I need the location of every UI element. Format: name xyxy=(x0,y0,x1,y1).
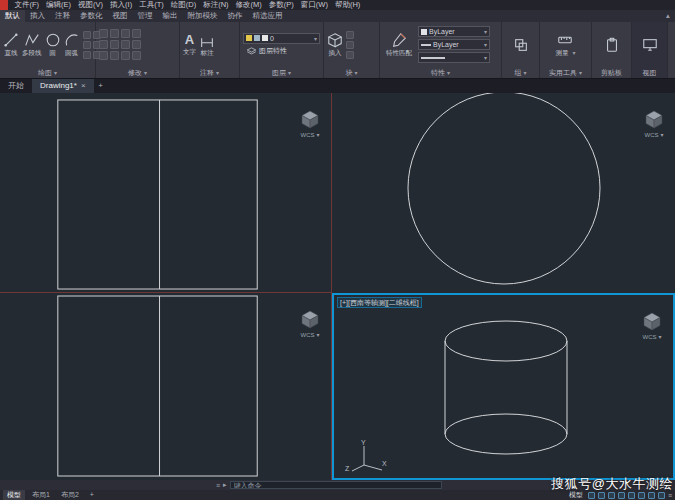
trim-tool-icon[interactable] xyxy=(121,29,130,38)
modify-tools xyxy=(99,29,141,60)
tab-layout2[interactable]: 布局2 xyxy=(57,490,83,500)
menu-help[interactable]: 帮助(H) xyxy=(331,0,363,10)
wcs-menu[interactable]: WCS▾ xyxy=(298,331,322,338)
command-customize-icon[interactable]: ≡ xyxy=(216,482,220,489)
block-tool-icon[interactable] xyxy=(346,41,354,49)
viewport-top-left[interactable]: WCS▾ xyxy=(0,93,332,293)
panel-label-clipboard[interactable]: 剪贴板 xyxy=(592,67,631,78)
menu-tools[interactable]: 工具(T) xyxy=(136,0,168,10)
ribbon-tab-addins[interactable]: 附加模块 xyxy=(183,10,223,22)
panel-label-block[interactable]: 块▾ xyxy=(324,67,379,78)
tab-start[interactable]: 开始 xyxy=(0,79,32,93)
text-tool-button[interactable]: A 文字 xyxy=(183,32,196,57)
match-properties-button[interactable]: 特性匹配 xyxy=(383,32,415,58)
ribbon-tab-home[interactable]: 默认 xyxy=(0,10,25,22)
app-logo-icon[interactable] xyxy=(0,0,8,10)
rotate-tool-icon[interactable] xyxy=(110,29,119,38)
insert-block-button[interactable]: 插入 xyxy=(327,32,343,58)
menu-insert[interactable]: 插入(I) xyxy=(107,0,136,10)
menu-edit[interactable]: 编辑(E) xyxy=(43,0,75,10)
move-tool-icon[interactable] xyxy=(99,29,108,38)
ribbon-tab-annotate[interactable]: 注释 xyxy=(50,10,75,22)
viewcube[interactable]: WCS▾ xyxy=(642,109,666,138)
object-color-dropdown[interactable]: ByLayer ▾ xyxy=(418,26,490,37)
block-tool-icon[interactable] xyxy=(346,51,354,59)
panel-label-modify[interactable]: 修改▾ xyxy=(96,67,179,78)
chevron-down-icon: ▾ xyxy=(314,35,317,42)
ribbon-tab-view[interactable]: 视图 xyxy=(108,10,133,22)
menu-view[interactable]: 视图(V) xyxy=(75,0,107,10)
draw-tool-icon[interactable] xyxy=(83,41,91,49)
lineweight-dropdown[interactable]: ByLayer ▾ xyxy=(418,39,490,50)
file-tab-bar: 开始 Drawing1* × + xyxy=(0,78,675,93)
ribbon-tab-collaborate[interactable]: 协作 xyxy=(223,10,248,22)
panel-label-utilities[interactable]: 实用工具▾ xyxy=(540,67,591,78)
draw-tool-icon[interactable] xyxy=(83,51,91,59)
linetype-dropdown[interactable]: ▾ xyxy=(418,52,490,63)
layer-properties-button[interactable]: 图层特性 xyxy=(243,46,320,57)
panel-label-view[interactable]: 视图 xyxy=(632,67,667,78)
viewcube[interactable]: WCS▾ xyxy=(298,309,322,338)
draw-tool-icon[interactable] xyxy=(83,31,91,39)
layer-dropdown[interactable]: 0 ▾ xyxy=(243,33,320,44)
new-tab-icon[interactable]: + xyxy=(94,79,108,93)
wcs-menu[interactable]: WCS▾ xyxy=(640,333,664,340)
close-tab-icon[interactable]: × xyxy=(81,79,86,93)
ribbon-tab-featured-apps[interactable]: 精选应用 xyxy=(248,10,288,22)
offset-tool-icon[interactable] xyxy=(121,51,130,60)
scale-tool-icon[interactable] xyxy=(132,40,141,49)
menu-draw[interactable]: 绘图(D) xyxy=(167,0,199,10)
panel-label-annotate[interactable]: 注释▾ xyxy=(180,67,239,78)
menu-dimension[interactable]: 标注(N) xyxy=(200,0,232,10)
ribbon-tab-insert[interactable]: 插入 xyxy=(25,10,50,22)
tab-drawing1[interactable]: Drawing1* × xyxy=(32,79,94,93)
block-tool-icon[interactable] xyxy=(346,31,354,39)
mirror-tool-icon[interactable] xyxy=(110,40,119,49)
menu-parametric[interactable]: 参数(P) xyxy=(265,0,297,10)
add-layout-icon[interactable]: + xyxy=(86,490,98,500)
measure-tool-button[interactable]: 测量 ▾ xyxy=(556,32,576,58)
ribbon-tab-output[interactable]: 输出 xyxy=(158,10,183,22)
ribbon-collapse-icon[interactable]: ▴ xyxy=(661,10,675,22)
viewport-bottom-right-active[interactable]: [+][西南等轴测][二维线框] WCS▾ Y X Z xyxy=(332,293,675,480)
panel-label-draw[interactable]: 绘图▾ xyxy=(0,67,95,78)
stretch-tool-icon[interactable] xyxy=(99,51,108,60)
line-tool-button[interactable]: 直线 xyxy=(3,32,19,58)
viewcube[interactable]: WCS▾ xyxy=(298,109,322,138)
circle-tool-button[interactable]: 圆 xyxy=(45,32,61,58)
explode-tool-icon[interactable] xyxy=(132,51,141,60)
arc-tool-button[interactable]: 圆弧 xyxy=(64,32,80,58)
panel-label-groups[interactable]: 组▾ xyxy=(502,67,539,78)
panel-label-properties[interactable]: 特性▾ xyxy=(380,67,501,78)
menu-window[interactable]: 窗口(W) xyxy=(297,0,331,10)
linetype-icon xyxy=(421,57,445,59)
dimension-tool-button[interactable]: 标注 xyxy=(199,32,215,58)
polyline-tool-button[interactable]: 多段线 xyxy=(22,32,42,58)
ribbon-tab-manage[interactable]: 管理 xyxy=(133,10,158,22)
wcs-menu[interactable]: WCS▾ xyxy=(642,131,666,138)
fillet-tool-icon[interactable] xyxy=(121,40,130,49)
view-monitor-icon[interactable] xyxy=(642,37,658,53)
chevron-down-icon: ▾ xyxy=(658,334,661,340)
tab-layout1[interactable]: 布局1 xyxy=(28,490,54,500)
panel-label-layers[interactable]: 图层▾ xyxy=(240,67,323,78)
copy-tool-icon[interactable] xyxy=(99,40,108,49)
command-input[interactable] xyxy=(230,481,442,489)
polyline-icon xyxy=(24,32,40,48)
erase-tool-icon[interactable] xyxy=(132,29,141,38)
panel-layers: 0 ▾ 图层特性 图层▾ xyxy=(240,22,324,78)
clipboard-icon[interactable] xyxy=(604,37,620,53)
array-tool-icon[interactable] xyxy=(110,51,119,60)
tab-model[interactable]: 模型 xyxy=(3,490,25,500)
menu-file[interactable]: 文件(F) xyxy=(11,0,43,10)
chevron-down-icon: ▾ xyxy=(144,70,147,76)
group-icon[interactable] xyxy=(513,37,529,53)
ribbon-tab-parametric[interactable]: 参数化 xyxy=(75,10,108,22)
menu-modify[interactable]: 修改(M) xyxy=(232,0,265,10)
viewport-top-right[interactable]: WCS▾ xyxy=(332,93,675,293)
viewport-bottom-left[interactable]: WCS▾ xyxy=(0,293,332,480)
wcs-menu[interactable]: WCS▾ xyxy=(298,131,322,138)
ribbon: 直线 多段线 圆 圆弧 绘图▾ xyxy=(0,22,675,78)
viewcube[interactable]: WCS▾ xyxy=(640,311,664,340)
viewport-controls-label[interactable]: [+][西南等轴测][二维线框] xyxy=(337,297,422,308)
